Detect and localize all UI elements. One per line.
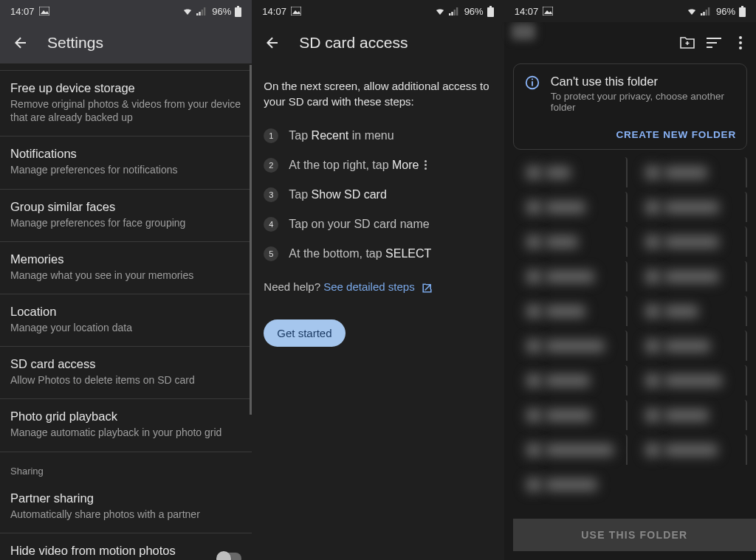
- status-time: 14:07: [10, 6, 35, 17]
- folder-cell-blurred[interactable]: [632, 435, 747, 465]
- more-icon[interactable]: [732, 35, 749, 51]
- signal-icon: [701, 7, 712, 15]
- item-title: Free up device storage: [10, 81, 241, 95]
- settings-item-location[interactable]: Location Manage your location data: [0, 294, 252, 347]
- external-link-icon: [422, 283, 433, 293]
- item-sub: Automatically share photos with a partne…: [10, 508, 241, 521]
- settings-item-memories[interactable]: Memories Manage what you see in your mem…: [0, 242, 252, 294]
- toggle-switch-off[interactable]: [218, 553, 241, 560]
- info-icon: [524, 75, 540, 91]
- item-sub: Manage preferences for notifications: [10, 163, 241, 176]
- item-sub: Manage automatic playback in your photo …: [10, 426, 241, 439]
- svg-rect-10: [453, 10, 455, 15]
- step-text: At the top right, tap More: [289, 159, 427, 172]
- folder-cell-blurred[interactable]: [513, 365, 628, 395]
- new-folder-icon[interactable]: [679, 35, 695, 51]
- folder-cell-blurred[interactable]: [513, 296, 628, 326]
- sdcard-access-pane: 14:07 96% SD card access On the next scr…: [252, 0, 504, 560]
- svg-rect-2: [199, 12, 201, 15]
- svg-rect-23: [707, 46, 712, 48]
- page-title: Settings: [47, 34, 103, 52]
- svg-rect-1: [196, 13, 198, 15]
- file-picker-toolbar: [504, 22, 756, 63]
- item-title: Group similar faces: [10, 200, 241, 214]
- settings-item-storage[interactable]: Free up device storage Remove original p…: [0, 71, 252, 136]
- sort-icon[interactable]: [706, 35, 722, 51]
- use-this-folder-button[interactable]: USE THIS FOLDER: [513, 519, 756, 551]
- svg-rect-19: [741, 6, 743, 7]
- folder-cell-blurred[interactable]: [632, 365, 747, 395]
- back-icon[interactable]: [264, 34, 281, 52]
- item-sub: Manage preferences for face grouping: [10, 216, 241, 229]
- picture-icon: [39, 7, 49, 15]
- folder-cell-blurred[interactable]: [513, 157, 628, 187]
- svg-rect-17: [706, 10, 707, 15]
- get-started-button[interactable]: Get started: [264, 319, 345, 347]
- item-title: Partner sharing: [10, 491, 241, 505]
- sdcard-header: SD card access: [252, 22, 504, 63]
- svg-rect-8: [449, 13, 450, 15]
- back-icon[interactable]: [12, 34, 30, 52]
- card-title: Can't use this folder: [551, 75, 736, 89]
- step-number: 4: [264, 217, 278, 232]
- svg-rect-5: [237, 6, 239, 7]
- folder-row: [513, 227, 747, 257]
- battery-percent: 96%: [212, 6, 231, 17]
- folder-cell-blurred[interactable]: [632, 192, 747, 222]
- svg-rect-28: [532, 81, 533, 86]
- file-picker-pane: 14:07 96% Can't use this folder To prote…: [504, 0, 756, 560]
- signal-icon: [196, 7, 207, 15]
- folder-cell-blurred[interactable]: [513, 331, 628, 361]
- folder-cell-blurred[interactable]: [513, 400, 628, 430]
- folder-row: [513, 157, 747, 187]
- step: 5At the bottom, tap SELECT: [264, 239, 492, 269]
- battery-icon: [739, 6, 746, 17]
- step: 3Tap Show SD card: [264, 180, 492, 210]
- svg-rect-15: [701, 13, 702, 15]
- settings-item-sdcard[interactable]: SD card access Allow Photos to delete it…: [0, 347, 252, 399]
- signal-icon: [449, 7, 460, 15]
- battery-percent: 96%: [464, 6, 484, 17]
- folder-cell-blurred[interactable]: [632, 157, 747, 187]
- step: 4Tap on your SD card name: [264, 210, 492, 239]
- step: 1Tap Recent in menu: [264, 121, 492, 151]
- step-list: 1Tap Recent in menu2At the top right, ta…: [252, 117, 504, 269]
- svg-rect-29: [532, 79, 533, 80]
- item-title: SD card access: [10, 357, 241, 371]
- folder-cell-blurred[interactable]: [632, 261, 747, 291]
- more-icon: [425, 160, 427, 170]
- folder-cell-blurred[interactable]: [632, 296, 747, 326]
- settings-item-faces[interactable]: Group similar faces Manage preferences f…: [0, 190, 252, 242]
- folder-row: [513, 435, 747, 465]
- create-folder-button[interactable]: CREATE NEW FOLDER: [551, 129, 736, 140]
- folder-cell-blurred[interactable]: [513, 435, 628, 465]
- item-sub: Manage your location data: [10, 321, 241, 334]
- settings-item-notifications[interactable]: Notifications Manage preferences for not…: [0, 136, 252, 189]
- folder-cell-blurred[interactable]: [513, 227, 628, 257]
- item-sub: Manage what you see in your memories: [10, 269, 241, 282]
- picture-icon: [543, 7, 553, 15]
- svg-rect-22: [707, 42, 717, 44]
- settings-item-partner[interactable]: Partner sharing Automatically share phot…: [0, 481, 252, 533]
- folder-cell-blurred[interactable]: [513, 261, 628, 291]
- item-title: Location: [10, 305, 241, 319]
- folder-cell-blurred[interactable]: [632, 227, 747, 257]
- item-sub: Allow Photos to delete items on SD card: [10, 373, 241, 387]
- warning-card: Can't use this folder To protect your pr…: [513, 63, 747, 150]
- folder-cell-blurred[interactable]: [632, 400, 747, 430]
- svg-point-24: [739, 36, 742, 39]
- help-prefix: Need help?: [264, 280, 323, 293]
- svg-rect-12: [489, 6, 492, 7]
- help-link[interactable]: See detailed steps: [323, 280, 414, 293]
- folder-cell-blurred[interactable]: [513, 469, 627, 499]
- settings-item-gridplayback[interactable]: Photo grid playback Manage automatic pla…: [0, 399, 252, 452]
- folder-row: [513, 261, 747, 291]
- step-text: Tap Recent in menu: [289, 129, 394, 142]
- step-number: 3: [264, 187, 278, 202]
- folder-cell-blurred[interactable]: [513, 192, 628, 222]
- settings-item-hide-video[interactable]: Hide video from motion photos Other peop…: [0, 533, 252, 560]
- step-text: Tap on your SD card name: [289, 218, 429, 231]
- folder-cell-blurred[interactable]: [632, 331, 747, 361]
- settings-pane: 14:07 96% Settings Free up device storag…: [0, 0, 252, 560]
- svg-rect-3: [202, 10, 203, 15]
